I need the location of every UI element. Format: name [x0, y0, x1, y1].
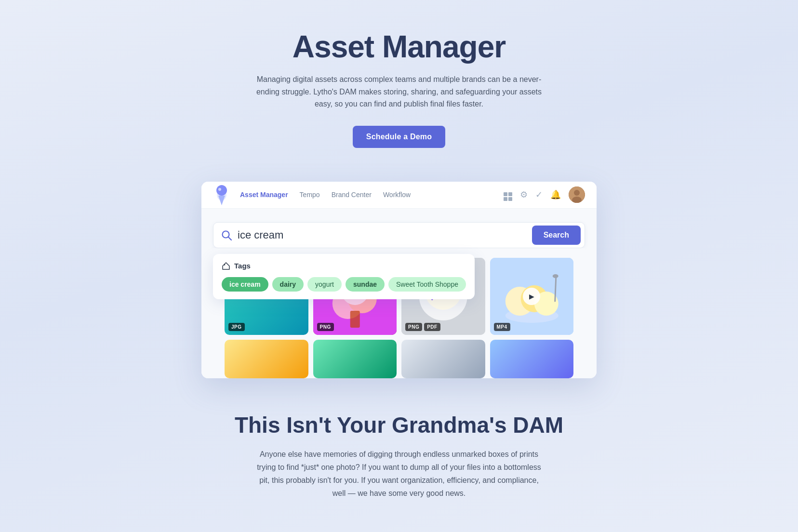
badge-png2: PNG	[405, 323, 422, 331]
nav-brand-center[interactable]: Brand Center	[332, 191, 372, 199]
settings-icon[interactable]: ⚙	[520, 189, 528, 200]
search-value[interactable]: ice cream	[238, 229, 532, 241]
schedule-demo-button[interactable]: Schedule a Demo	[353, 126, 445, 148]
tags-list: ice cream dairy yogurt sundae Sweet Toot…	[222, 277, 466, 292]
section2-text: Anyone else have memories of digging thr…	[254, 448, 544, 500]
tag-sweet-tooth[interactable]: Sweet Tooth Shoppe	[388, 277, 466, 292]
tag-yogurt[interactable]: yogurt	[307, 277, 342, 292]
asset-small-2[interactable]	[313, 340, 397, 378]
badge-png: PNG	[317, 323, 334, 331]
bell-icon[interactable]: 🔔	[550, 189, 561, 200]
tags-label: Tags	[234, 262, 251, 270]
nav-workflow[interactable]: Workflow	[383, 191, 411, 199]
nav-icons: ⚙ ✓ 🔔	[504, 186, 585, 203]
nav-links: Asset Manager Tempo Brand Center Workflo…	[240, 191, 504, 199]
nav-tempo[interactable]: Tempo	[300, 191, 320, 199]
nav-asset-manager[interactable]: Asset Manager	[240, 191, 288, 199]
page-title: Asset Manager	[10, 29, 788, 65]
svg-rect-13	[350, 311, 359, 328]
tag-ice-cream[interactable]: ice cream	[222, 277, 268, 292]
svg-point-3	[574, 190, 580, 196]
search-area: ice cream Search Tags ice cream dairy yo…	[201, 209, 597, 378]
section2: This Isn't Your Grandma's DAM Anyone els…	[0, 378, 798, 519]
avatar[interactable]	[569, 186, 585, 203]
asset-card-4[interactable]: ▶ MP4	[490, 258, 574, 335]
tags-dropdown: Tags ice cream dairy yogurt sundae Sweet…	[213, 254, 475, 299]
badge-mp4: MP4	[494, 323, 510, 331]
search-button[interactable]: Search	[532, 226, 581, 245]
svg-line-6	[228, 237, 232, 240]
asset-small-3[interactable]	[401, 340, 485, 378]
badge-jpg: JPG	[228, 323, 245, 331]
hero-subtitle: Managing digital assets across complex t…	[254, 73, 544, 110]
search-bar: ice cream Search	[213, 222, 585, 248]
logo[interactable]	[213, 184, 230, 205]
svg-point-7	[224, 264, 225, 265]
tags-title: Tags	[222, 262, 466, 270]
tag-sundae[interactable]: sundae	[346, 277, 385, 292]
badge-pdf: PDF	[424, 323, 440, 331]
svg-point-28	[552, 274, 558, 278]
svg-line-27	[555, 277, 556, 301]
checkmark-icon[interactable]: ✓	[535, 189, 543, 200]
hero-section: Asset Manager Managing digital assets ac…	[0, 0, 798, 167]
search-icon	[221, 230, 232, 240]
section2-title: This Isn't Your Grandma's DAM	[10, 412, 788, 438]
asset-small-4[interactable]	[490, 340, 574, 378]
app-window: Asset Manager Tempo Brand Center Workflo…	[201, 182, 597, 378]
svg-point-1	[218, 188, 221, 191]
play-button[interactable]: ▶	[523, 288, 540, 305]
asset-row-2	[225, 340, 573, 378]
nav-bar: Asset Manager Tempo Brand Center Workflo…	[201, 182, 597, 209]
asset-small-1[interactable]	[225, 340, 308, 378]
tag-dairy[interactable]: dairy	[272, 277, 304, 292]
grid-icon[interactable]	[504, 188, 512, 201]
